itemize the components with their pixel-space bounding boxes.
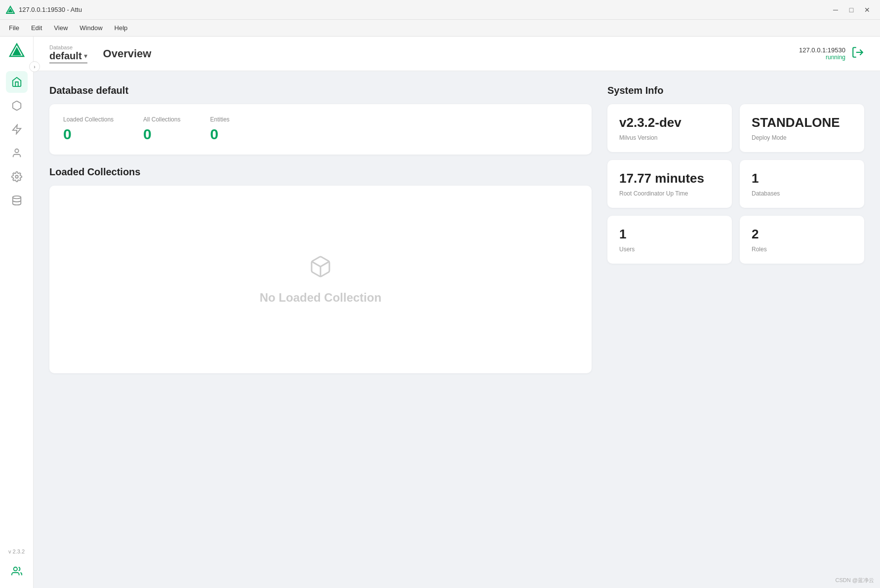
maximize-button[interactable]: □: [844, 3, 858, 17]
entities-value: 0: [210, 126, 229, 143]
window-title: 127.0.0.1:19530 - Attu: [19, 6, 82, 13]
database-section-title: Database default: [49, 85, 592, 96]
right-col: System Info v2.3.2-dev Milvus Version ST…: [607, 85, 864, 574]
loaded-collections-label: Loaded Collections: [63, 116, 114, 123]
db-select-row[interactable]: default ▾: [49, 50, 87, 62]
app-layout: ›: [0, 37, 880, 588]
milvus-version-label: Milvus Version: [619, 134, 720, 141]
page-title: Overview: [103, 47, 152, 60]
logout-icon[interactable]: [851, 46, 864, 62]
sidebar-item-collections[interactable]: [6, 95, 28, 117]
db-label: Database: [49, 44, 87, 50]
connection-info: 127.0.0.1:19530 running: [799, 46, 845, 61]
info-card-users: 1 Users: [607, 216, 732, 264]
entities-label: Entities: [210, 116, 229, 123]
version-label: v 2.3.2: [8, 549, 25, 554]
info-card-uptime: 17.77 minutes Root Coordinator Up Time: [607, 160, 732, 208]
deploy-mode-value: STANDALONE: [752, 115, 852, 130]
app-icon: [6, 5, 15, 14]
chevron-down-icon: ▾: [84, 52, 87, 60]
sidebar-nav: [0, 71, 33, 211]
svg-point-6: [15, 175, 18, 178]
minimize-button[interactable]: ─: [829, 3, 842, 17]
svg-marker-3: [12, 47, 21, 55]
title-bar-left: 127.0.0.1:19530 - Attu: [6, 5, 82, 14]
svg-marker-4: [12, 125, 21, 134]
stat-loaded-collections: Loaded Collections 0: [63, 116, 114, 143]
db-selector[interactable]: Database default ▾: [49, 44, 87, 63]
svg-point-8: [13, 567, 17, 571]
empty-state: No Loaded Collection: [260, 255, 382, 305]
empty-collection-icon: [309, 255, 332, 283]
database-section: Database default Loaded Collections 0 Al…: [49, 85, 592, 155]
svg-point-5: [15, 149, 18, 153]
databases-value: 1: [752, 171, 852, 186]
svg-point-7: [12, 196, 21, 199]
menu-file[interactable]: File: [4, 22, 24, 34]
sidebar-item-search[interactable]: [6, 118, 28, 140]
stat-entities: Entities 0: [210, 116, 229, 143]
title-bar: 127.0.0.1:19530 - Attu ─ □ ✕: [0, 0, 880, 20]
system-info-grid: v2.3.2-dev Milvus Version STANDALONE Dep…: [607, 104, 864, 264]
all-collections-label: All Collections: [143, 116, 180, 123]
empty-text: No Loaded Collection: [260, 291, 382, 305]
info-card-roles: 2 Roles: [740, 216, 864, 264]
sidebar-item-users[interactable]: [6, 142, 28, 164]
milvus-version-value: v2.3.2-dev: [619, 115, 720, 130]
all-collections-value: 0: [143, 126, 180, 143]
system-info-title: System Info: [607, 85, 864, 96]
stats-card: Loaded Collections 0 All Collections 0 E…: [49, 104, 592, 155]
close-button[interactable]: ✕: [860, 3, 874, 17]
uptime-value: 17.77 minutes: [619, 171, 720, 186]
roles-label: Roles: [752, 246, 852, 253]
menu-view[interactable]: View: [49, 22, 73, 34]
loaded-collections-section: Loaded Collections No Loaded Collection: [49, 166, 592, 574]
sidebar-item-database[interactable]: [6, 190, 28, 211]
collections-card: No Loaded Collection: [49, 186, 592, 373]
header-left: Database default ▾ Overview: [49, 44, 151, 63]
uptime-label: Root Coordinator Up Time: [619, 190, 720, 197]
deploy-mode-label: Deploy Mode: [752, 134, 852, 141]
sidebar-item-account[interactable]: [6, 560, 28, 582]
header-right: 127.0.0.1:19530 running: [799, 46, 864, 62]
db-underline: [49, 63, 87, 63]
users-label: Users: [619, 246, 720, 253]
menu-bar: File Edit View Window Help: [0, 20, 880, 37]
stat-all-collections: All Collections 0: [143, 116, 180, 143]
connection-status: running: [799, 54, 845, 61]
info-card-deploy-mode: STANDALONE Deploy Mode: [740, 104, 864, 152]
main-content: Database default ▾ Overview 127.0.0.1:19…: [34, 37, 880, 588]
header: Database default ▾ Overview 127.0.0.1:19…: [34, 37, 880, 71]
watermark: CSDN @蓝净云: [836, 577, 874, 584]
sidebar-toggle[interactable]: ›: [29, 61, 40, 72]
menu-edit[interactable]: Edit: [26, 22, 47, 34]
loaded-collections-value: 0: [63, 126, 114, 143]
window-controls: ─ □ ✕: [829, 3, 874, 17]
sidebar-item-home[interactable]: [6, 71, 28, 93]
db-name: default: [49, 50, 82, 62]
info-card-databases: 1 Databases: [740, 160, 864, 208]
menu-help[interactable]: Help: [110, 22, 133, 34]
sidebar-logo: [8, 42, 25, 61]
roles-value: 2: [752, 227, 852, 242]
loaded-collections-title: Loaded Collections: [49, 166, 592, 178]
page-body: Database default Loaded Collections 0 Al…: [34, 71, 880, 588]
users-value: 1: [619, 227, 720, 242]
databases-label: Databases: [752, 190, 852, 197]
sidebar-bottom: v 2.3.2: [6, 549, 28, 582]
info-card-milvus-version: v2.3.2-dev Milvus Version: [607, 104, 732, 152]
connection-addr: 127.0.0.1:19530: [799, 46, 845, 54]
left-col: Database default Loaded Collections 0 Al…: [49, 85, 592, 574]
menu-window[interactable]: Window: [75, 22, 107, 34]
sidebar: ›: [0, 37, 34, 588]
sidebar-item-settings[interactable]: [6, 166, 28, 188]
